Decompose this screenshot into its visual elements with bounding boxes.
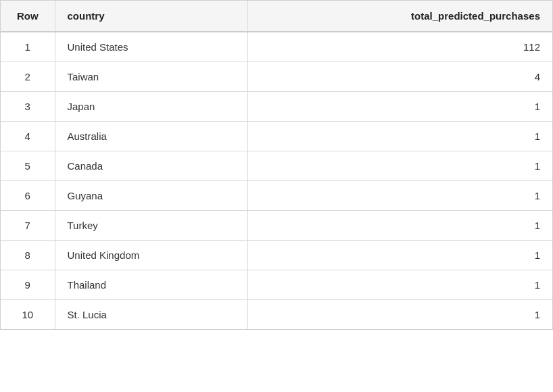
cell-country: Turkey — [55, 211, 247, 241]
cell-purchases: 1 — [247, 92, 552, 122]
table-row: 3Japan1 — [1, 92, 552, 122]
cell-row-number: 6 — [1, 181, 55, 211]
cell-country: United States — [55, 32, 247, 62]
cell-country: United Kingdom — [55, 241, 247, 270]
cell-purchases: 4 — [247, 62, 552, 92]
cell-purchases: 1 — [247, 241, 552, 270]
cell-row-number: 10 — [1, 300, 55, 330]
cell-purchases: 112 — [247, 32, 552, 62]
cell-row-number: 7 — [1, 211, 55, 241]
cell-country: Taiwan — [55, 62, 247, 92]
table-header-row: Row country total_predicted_purchases — [1, 1, 552, 32]
cell-country: St. Lucia — [55, 300, 247, 330]
data-table: Row country total_predicted_purchases 1U… — [0, 0, 553, 330]
cell-purchases: 1 — [247, 181, 552, 211]
cell-country: Australia — [55, 122, 247, 151]
col-header-row: Row — [1, 1, 55, 32]
table-row: 4Australia1 — [1, 122, 552, 151]
table-row: 9Thailand1 — [1, 270, 552, 300]
cell-row-number: 3 — [1, 92, 55, 122]
col-header-purchases: total_predicted_purchases — [247, 1, 552, 32]
cell-country: Japan — [55, 92, 247, 122]
cell-purchases: 1 — [247, 300, 552, 330]
table-row: 8United Kingdom1 — [1, 241, 552, 270]
cell-row-number: 4 — [1, 122, 55, 151]
cell-purchases: 1 — [247, 151, 552, 181]
table-row: 7Turkey1 — [1, 211, 552, 241]
table-row: 6Guyana1 — [1, 181, 552, 211]
col-header-country: country — [55, 1, 247, 32]
table-row: 10St. Lucia1 — [1, 300, 552, 330]
table-row: 5Canada1 — [1, 151, 552, 181]
cell-row-number: 9 — [1, 270, 55, 300]
cell-purchases: 1 — [247, 270, 552, 300]
cell-country: Thailand — [55, 270, 247, 300]
cell-row-number: 5 — [1, 151, 55, 181]
cell-row-number: 2 — [1, 62, 55, 92]
cell-purchases: 1 — [247, 211, 552, 241]
cell-row-number: 8 — [1, 241, 55, 270]
cell-country: Guyana — [55, 181, 247, 211]
cell-country: Canada — [55, 151, 247, 181]
table-row: 2Taiwan4 — [1, 62, 552, 92]
cell-purchases: 1 — [247, 122, 552, 151]
table-row: 1United States112 — [1, 32, 552, 62]
cell-row-number: 1 — [1, 32, 55, 62]
